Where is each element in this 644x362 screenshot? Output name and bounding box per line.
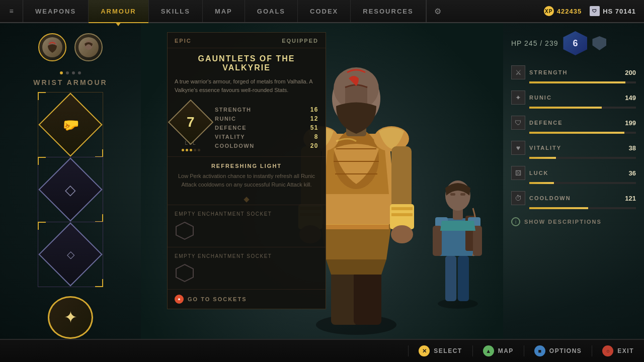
shield-icon — [592, 36, 606, 50]
bottom-bar: ✕ SELECT ▲ MAP ■ OPTIONS ○ EXIT — [0, 339, 644, 362]
options-button-icon: ■ — [534, 345, 545, 356]
exit-action[interactable]: ○ EXIT — [592, 345, 644, 356]
nav-menu-icon[interactable]: ≡ — [0, 0, 23, 22]
atreus-portrait[interactable] — [74, 33, 103, 61]
exit-button-icon: ○ — [602, 345, 613, 356]
level-dot-4 — [194, 149, 196, 151]
atreus-icon-inner — [78, 37, 99, 57]
vitality-bar — [529, 157, 636, 159]
level-number: 7 — [187, 114, 195, 130]
nav-stats: XP 422435 🛡 HS 70141 — [536, 0, 644, 22]
select-label: SELECT — [434, 347, 462, 354]
nav-item-resources[interactable]: RESOURCES — [351, 0, 426, 22]
hp-text: HP 245 / 239 — [511, 39, 558, 47]
map-label: MAP — [498, 347, 514, 354]
svg-rect-18 — [391, 213, 413, 216]
strength-icon: ⚔ — [511, 65, 525, 79]
level-dot-1 — [182, 149, 184, 151]
nav-item-skills[interactable]: SKILLS — [149, 0, 203, 22]
show-descriptions-button[interactable]: i SHOW DESCRIPTIONS — [511, 217, 636, 226]
svg-point-20 — [391, 225, 413, 243]
level-dot-5 — [198, 149, 200, 151]
stat-defence: 🛡 DEFENCE 199 — [511, 116, 636, 134]
perk-desc: Low Perk activation chance to instantly … — [175, 172, 318, 189]
stat-cooldown: ⏱ COOLDOWN 121 — [511, 191, 636, 209]
options-action[interactable]: ■ OPTIONS — [524, 345, 592, 356]
item-card-header: EPIC EQUIPPED — [168, 33, 326, 48]
stat-strength: ⚔ STRENGTH 200 — [511, 65, 636, 83]
armour-slot-1[interactable]: 🤛 — [35, 97, 106, 153]
stat-luck-header: ⚄ LUCK 36 — [511, 166, 636, 180]
stat-defence-header: 🛡 DEFENCE 199 — [511, 116, 636, 130]
armour-slot-2-icon: ◇ — [65, 182, 76, 198]
nav-bar: ≡ WEAPONS ARMOUR SKILLS MAP GOALS CODEX … — [0, 0, 644, 23]
svg-rect-17 — [391, 207, 413, 210]
level-dot-2 — [186, 149, 188, 151]
cooldown-icon: ⏱ — [511, 191, 525, 205]
hp-section: HP 245 / 239 6 — [511, 31, 636, 55]
enchant-label-2: EMPTY ENCHANTMENT SOCKET — [175, 253, 318, 259]
nav-settings-icon[interactable]: ⚙ — [426, 0, 449, 22]
item-description: A true warrior's armour, forged of metal… — [168, 77, 326, 101]
kratos-icon-inner — [42, 37, 62, 57]
stat-luck: ⚄ LUCK 36 — [511, 166, 636, 184]
svg-rect-12 — [391, 146, 412, 212]
nav-item-armour[interactable]: ARMOUR — [89, 0, 149, 22]
nav-item-weapons[interactable]: WEAPONS — [23, 0, 89, 22]
svg-marker-38 — [176, 222, 193, 239]
dot-1 — [60, 71, 63, 74]
vitality-bar-fill — [529, 157, 556, 159]
show-desc-icon: i — [511, 217, 520, 226]
stat-vitality-header: ♥ VITALITY 38 — [511, 141, 636, 155]
defence-icon: 🛡 — [511, 116, 525, 130]
armour-slot-3-icon: ◇ — [67, 248, 74, 260]
luck-icon: ⚄ — [511, 166, 525, 180]
hs-value: HS 70141 — [603, 8, 636, 15]
item-rarity: EPIC — [175, 38, 192, 44]
enchant-socket-1: EMPTY ENCHANTMENT SOCKET — [168, 205, 326, 247]
strength-bar-fill — [529, 81, 625, 83]
divider-diamond — [244, 197, 249, 202]
strength-bar — [529, 81, 636, 83]
item-level-box: 7 LVL — [175, 106, 207, 151]
select-action[interactable]: ✕ SELECT — [408, 345, 472, 356]
xp-icon: XP — [544, 6, 554, 16]
socket-icon-1[interactable] — [175, 221, 195, 241]
cooldown-bar-fill — [529, 207, 588, 209]
nav-item-codex[interactable]: CODEX — [298, 0, 351, 22]
xp-value: 422435 — [557, 8, 582, 15]
level-dot-3 — [190, 149, 192, 151]
player-level-badge: 6 — [563, 31, 587, 55]
armour-slot-3[interactable]: ◇ — [35, 226, 106, 283]
runic-bar — [529, 107, 636, 109]
kratos-portrait[interactable] — [38, 33, 66, 61]
level-diamond: 7 — [168, 100, 214, 145]
runic-label: RUNIC — [529, 95, 552, 101]
perk-name: REFRESHING LIGHT — [175, 163, 318, 169]
luck-bar-fill — [529, 182, 554, 184]
enchant-socket-2: EMPTY ENCHANTMENT SOCKET — [168, 247, 326, 289]
nav-item-goals[interactable]: GOALS — [245, 0, 298, 22]
svg-rect-26 — [458, 256, 469, 301]
nav-item-map[interactable]: MAP — [203, 0, 245, 22]
armour-slot-2[interactable]: ◇ — [35, 161, 106, 218]
vitality-icon: ♥ — [511, 141, 525, 155]
map-action[interactable]: ▲ MAP — [472, 345, 524, 356]
dot-3 — [72, 71, 75, 74]
runic-bar-fill — [529, 107, 602, 109]
dot-4 — [78, 71, 81, 74]
vitality-label: VITALITY — [529, 145, 561, 151]
enchant-label-1: EMPTY ENCHANTMENT SOCKET — [175, 211, 318, 217]
item-stats-list: STRENGTH 16 RUNIC 12 DEFENCE 51 VITALITY… — [215, 106, 318, 151]
talisman-slot[interactable]: ✦ — [48, 296, 93, 339]
goto-sockets-button[interactable]: ● GO TO SOCKETS — [168, 289, 326, 309]
svg-point-24 — [438, 299, 478, 309]
item-stat-cooldown: COOLDOWN 20 — [215, 142, 318, 149]
character-icons — [38, 33, 103, 61]
select-button-icon: ✕ — [419, 345, 430, 356]
stat-cooldown-header: ⏱ COOLDOWN 121 — [511, 191, 636, 205]
socket-icon-2[interactable] — [175, 263, 195, 283]
item-stat-vitality: VITALITY 8 — [215, 133, 318, 140]
goto-icon: ● — [175, 295, 184, 304]
atreus-figure — [423, 168, 493, 309]
